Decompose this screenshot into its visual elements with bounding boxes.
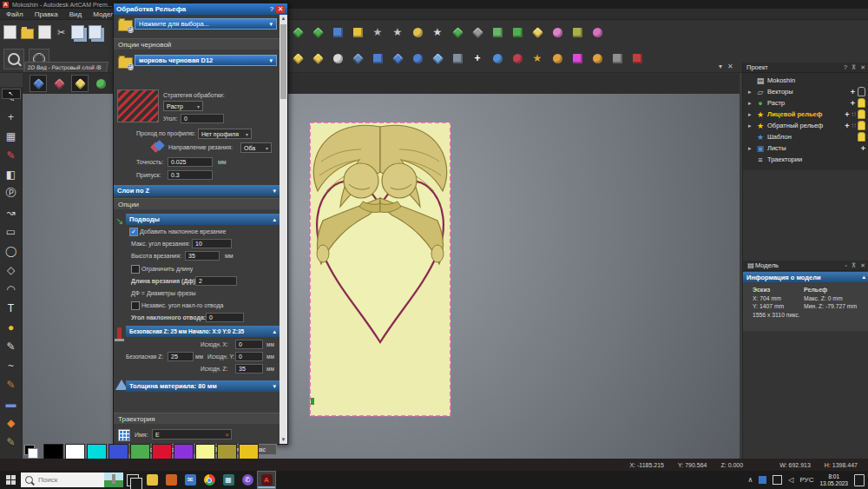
mesh-tool-icon[interactable] [569,24,585,40]
sketch-tool[interactable]: ✎ [2,146,21,164]
rings-tool-icon[interactable] [589,50,605,66]
add-icon[interactable]: + [845,122,849,130]
profile-select[interactable]: Нет профиля▾ [198,129,252,139]
palette-color[interactable] [108,444,128,459]
project-pin-icon[interactable]: ⊼ [852,64,856,71]
relief-artwork[interactable] [309,122,451,417]
text-tool[interactable]: T [2,299,21,317]
gray-relief-icon[interactable] [470,24,485,40]
freehand-tool[interactable]: ~ [2,356,21,374]
chrome-button[interactable] [200,471,219,489]
graph-tool-icon[interactable] [589,24,605,40]
palette-color[interactable] [43,444,63,459]
view-3d-icon[interactable] [51,76,67,91]
dots-tool-icon[interactable] [549,24,565,40]
lasso-tool[interactable]: ↝ [2,203,21,221]
add-icon[interactable]: + [851,88,855,96]
project-help-icon[interactable]: ? [844,64,847,70]
start-button[interactable] [0,471,21,489]
relief-lock-icon[interactable] [310,50,326,66]
safe-z-input[interactable]: 25 [168,352,194,361]
indep-angle-checkbox[interactable] [131,301,140,310]
add-icon[interactable]: + [861,144,865,153]
magenta-select-icon[interactable] [569,50,585,66]
z-slices-header[interactable]: Слои по Z▾ [114,185,279,196]
ramp-length-input[interactable]: 2 [195,276,237,286]
visibility-bulb-icon[interactable] [858,121,865,130]
tool2-folder-icon[interactable] [118,57,133,69]
relief-tool-icon[interactable] [290,24,306,40]
model-panel-header[interactable]: ▤ Модель ▫ ⊼ ✕ [743,261,868,271]
grid-tool[interactable]: ▦ [2,127,21,145]
mail-button[interactable]: ✉ [181,471,200,489]
palette-color[interactable] [65,444,85,459]
tree-item[interactable]: ★Шаблон [743,131,868,142]
offset-relief-icon[interactable] [370,50,385,66]
view-2d-icon[interactable] [30,75,47,92]
arc-tool[interactable]: ◠ [2,280,21,298]
calculator-button[interactable]: ▦ [219,471,238,489]
task-view-button[interactable] [123,471,142,489]
palette-color[interactable] [239,444,259,459]
home-z-input[interactable]: 35 [235,364,263,373]
rotate-relief-icon[interactable] [410,50,425,66]
vector-tool-icon[interactable]: ★ [390,24,405,40]
burst-tool-icon[interactable]: ★ [430,24,445,40]
scissors-icon[interactable]: ✂ [56,26,67,38]
brace-tool-icon[interactable] [609,50,625,66]
toolpath-name-input[interactable]: Е ✕ [152,429,232,439]
palette-color[interactable] [195,444,215,459]
artcam-taskbar-button[interactable]: A [257,471,276,489]
copy-icon[interactable] [71,25,84,39]
viber-button[interactable]: ✆ [238,471,257,489]
angle-input[interactable]: 0 [181,114,224,123]
brush-tool[interactable]: ✎ [2,337,21,355]
network-icon[interactable] [773,475,782,485]
canvas-close-icon[interactable]: ✕ [727,63,733,70]
clear-name-icon[interactable]: ✕ [225,432,231,438]
scroll-down-icon[interactable]: ▼ [279,436,287,444]
home-x-input[interactable]: 0 [235,340,263,349]
tool-folder-icon[interactable] [118,20,133,31]
droplet-tool[interactable]: ● [2,318,21,336]
allowance-input[interactable]: 0.3 [168,170,213,180]
palette-color[interactable] [87,444,107,459]
volume-icon[interactable]: ◁ [788,476,793,484]
save-file-icon[interactable] [38,25,51,39]
menu-edit[interactable]: Правка [35,10,58,18]
view-relief-icon[interactable] [71,75,89,92]
tray-app-icon[interactable] [759,476,766,484]
leads-header[interactable]: Подводы▴ [126,214,279,225]
palette-color[interactable] [130,444,150,459]
direction-select[interactable]: Оба▾ [240,142,272,153]
rectangle-tool[interactable]: ▭ [2,222,21,241]
dialog-scrollbar[interactable]: ▲ ▼ [279,15,287,444]
yellow-relief-icon[interactable] [529,24,545,40]
transform-tool[interactable]: + [2,108,21,126]
smooth-relief-icon[interactable] [350,50,365,66]
maze-tool-icon[interactable] [490,24,505,40]
primary-secondary-swatch[interactable] [24,445,38,459]
view-tab-2d[interactable]: 2D Вид - Растровый слой /В [23,62,108,72]
grid-toggle-icon[interactable]: ∷ [852,111,855,118]
airbrush-tool[interactable]: ◆ [2,413,21,432]
taskbar-search[interactable] [21,472,123,487]
polygon-tool[interactable]: ◇ [2,261,21,279]
project-close-icon[interactable]: ✕ [860,64,865,71]
scroll-up-icon[interactable]: ▲ [279,15,287,23]
tree-item[interactable]: ▸▱Векторы+ [743,86,868,97]
target-tool-icon[interactable] [629,50,645,66]
project-panel-header[interactable]: Проект ? ⊼ ✕ [743,63,868,73]
dialog-help-icon[interactable]: ? [267,5,276,13]
palette-pencil-tool[interactable]: ✎ [2,433,21,451]
paint-tool[interactable]: ◧ [2,165,21,183]
model-new-icon[interactable]: ▫ [845,262,847,268]
add-icon[interactable]: + [851,99,855,108]
color-tool-icon[interactable] [330,24,345,40]
visibility-bulb-icon[interactable] [858,109,865,119]
new-file-icon[interactable] [3,25,16,39]
preview-sphere-icon[interactable] [93,76,108,91]
tree-item[interactable]: ≡Траектории [743,154,868,165]
relief-edit-icon[interactable] [290,50,306,66]
model-pin-icon[interactable]: ⊼ [852,262,856,269]
